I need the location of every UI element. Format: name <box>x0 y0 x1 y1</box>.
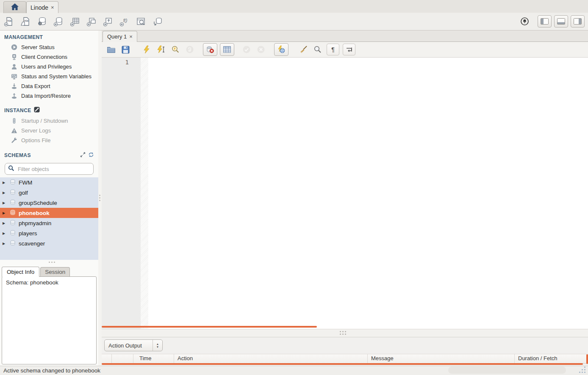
beautify-script-button[interactable] <box>298 44 309 55</box>
output-selector-label: Action Output <box>108 342 153 349</box>
expand-schemas-icon[interactable] <box>80 152 86 159</box>
create-table-button[interactable] <box>69 16 80 27</box>
column-header-blank2[interactable] <box>112 354 133 363</box>
resize-grip-icon[interactable] <box>584 367 585 368</box>
toggle-autocommit-button[interactable] <box>274 43 288 56</box>
toggle-invisible-characters-button[interactable]: ¶ <box>327 44 339 55</box>
new-sql-tab-button[interactable]: SQL <box>3 16 14 27</box>
stop-execution-button[interactable] <box>184 44 195 55</box>
sidebar-item-users-privileges[interactable]: Users and Privileges <box>0 62 98 72</box>
sidebar-info-splitter[interactable] <box>0 260 98 265</box>
expander-icon[interactable]: ▶ <box>3 201 7 205</box>
toggle-limit-rows-button[interactable] <box>220 43 234 56</box>
expander-icon[interactable]: ▶ <box>3 191 7 195</box>
schema-icon <box>10 220 16 227</box>
explain-plan-button[interactable] <box>170 44 181 55</box>
sidebar-item-data-import[interactable]: Data Import/Restore <box>0 91 98 101</box>
main-toolbar: SQL SQL i f() <box>0 13 588 30</box>
editor-horizontal-scrollbar[interactable] <box>102 326 317 328</box>
save-script-button[interactable] <box>120 44 131 55</box>
notifications-icon[interactable] <box>520 17 529 26</box>
data-import-icon <box>11 93 17 99</box>
output-splitter[interactable] <box>102 329 588 337</box>
options-file-wrench-icon <box>11 137 17 143</box>
sidebar-item-system-variables[interactable]: Status and System Variables <box>0 72 98 81</box>
column-header-action[interactable]: Action <box>174 354 368 363</box>
sidebar-item-startup-shutdown[interactable]: Startup / Shutdown <box>0 116 98 126</box>
system-variables-icon <box>11 73 17 80</box>
create-function-button[interactable]: f() <box>119 16 130 27</box>
connection-tab[interactable]: Linode × <box>26 1 58 13</box>
schema-item-golf[interactable]: ▶ golf <box>0 188 98 198</box>
startup-shutdown-icon <box>11 118 17 124</box>
column-header-time[interactable]: Time <box>133 354 174 363</box>
toggle-word-wrap-button[interactable] <box>343 44 355 55</box>
schema-item-fwm[interactable]: ▶ FWM <box>0 177 98 188</box>
output-selector[interactable]: Action Output ▲▼ <box>104 339 163 351</box>
create-schema-button[interactable] <box>53 16 64 27</box>
sidebar-item-server-logs[interactable]: Server Logs <box>0 126 98 135</box>
svg-text:f(): f() <box>123 18 127 23</box>
home-icon <box>11 3 19 12</box>
status-bar: Active schema changed to phonebook <box>0 366 588 375</box>
query-tab[interactable]: Query 1 × <box>103 31 137 42</box>
query-tab-label: Query 1 <box>107 33 127 40</box>
tab-session[interactable]: Session <box>40 267 70 276</box>
close-query-tab-icon[interactable]: × <box>129 33 133 40</box>
output-vertical-scrollbar[interactable] <box>586 354 588 364</box>
execute-current-statement-button[interactable] <box>155 44 166 55</box>
schema-item-groupschedule[interactable]: ▶ groupSchedule <box>0 198 98 208</box>
column-header-message[interactable]: Message <box>368 354 515 363</box>
sidebar-item-client-connections[interactable]: Client Connections <box>0 52 98 62</box>
schema-inspector-button[interactable]: i <box>36 16 47 27</box>
schema-list: ▶ FWM ▶ golf ▶ groupSchedule ▶ p <box>0 177 98 260</box>
sidebar-splitter[interactable] <box>98 30 102 366</box>
open-sql-script-button[interactable]: SQL <box>20 16 31 27</box>
client-connections-icon <box>11 54 17 60</box>
commit-button[interactable] <box>241 44 252 55</box>
editor-line-numbers: 1 <box>102 58 141 329</box>
schema-item-phonebook[interactable]: ▶ phonebook <box>0 208 98 218</box>
column-header-blank1[interactable] <box>102 354 112 363</box>
sidebar-item-server-status[interactable]: Server Status <box>0 42 98 52</box>
find-panel-button[interactable] <box>312 44 323 55</box>
schema-icon <box>10 199 16 207</box>
close-connection-tab-icon[interactable]: × <box>51 4 54 11</box>
expander-icon[interactable]: ▶ <box>3 221 7 225</box>
editor-text-area[interactable] <box>148 58 588 329</box>
column-header-duration[interactable]: Duration / Fetch <box>515 354 588 363</box>
sidebar-item-data-export[interactable]: Data Export <box>0 81 98 91</box>
expander-icon[interactable]: ▶ <box>3 181 7 185</box>
query-editor-area: Query 1 × <box>102 30 588 366</box>
sidebar-item-options-file[interactable]: Options File <box>0 135 98 145</box>
spinner-arrows-icon[interactable]: ▲▼ <box>153 340 162 351</box>
schema-item-players[interactable]: ▶ players <box>0 228 98 238</box>
search-table-data-button[interactable] <box>136 16 147 27</box>
schema-item-scavenger[interactable]: ▶ scavenger <box>0 238 98 248</box>
server-logs-warning-icon <box>11 127 17 134</box>
toggle-bottom-panel-button[interactable] <box>554 15 568 28</box>
toggle-left-sidebar-button[interactable] <box>538 15 552 28</box>
toggle-right-sidebar-button[interactable] <box>571 15 585 28</box>
instance-section-header: INSTANCE <box>0 101 98 116</box>
rollback-button[interactable] <box>255 44 266 55</box>
toggle-stop-on-error-button[interactable] <box>203 43 217 56</box>
expander-icon[interactable]: ▶ <box>3 232 7 235</box>
home-tab[interactable] <box>3 1 26 13</box>
tab-object-info[interactable]: Object Info <box>2 267 39 277</box>
status-message: Active schema changed to phonebook <box>3 367 100 374</box>
schema-icon <box>10 230 16 237</box>
output-horizontal-scrollbar[interactable] <box>102 363 583 365</box>
data-export-icon <box>11 83 17 89</box>
schema-item-phpmyadmin[interactable]: ▶ phpmyadmin <box>0 218 98 228</box>
expander-icon[interactable]: ▶ <box>3 211 7 215</box>
reconnect-server-button[interactable] <box>152 16 163 27</box>
refresh-schemas-icon[interactable] <box>88 152 94 159</box>
create-procedure-button[interactable] <box>103 16 114 27</box>
schema-filter-input[interactable] <box>17 165 93 173</box>
expander-icon[interactable]: ▶ <box>3 242 7 245</box>
sql-editor[interactable]: 1 <box>102 58 588 329</box>
open-sql-file-button[interactable] <box>105 44 116 55</box>
create-view-button[interactable] <box>86 16 97 27</box>
execute-script-button[interactable] <box>141 44 152 55</box>
